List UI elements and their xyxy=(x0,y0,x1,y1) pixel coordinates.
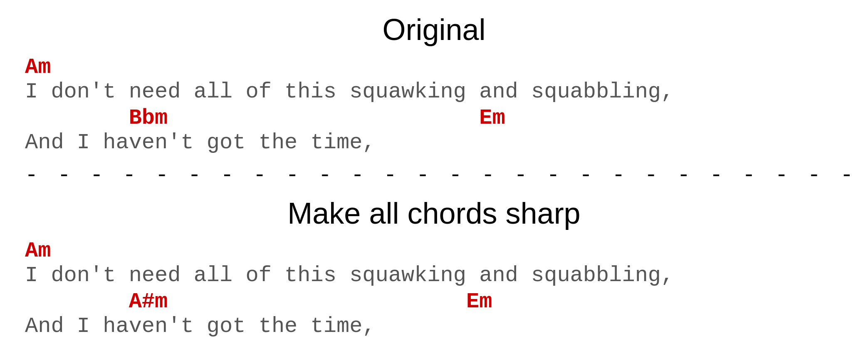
page-container: Original Am I don't need all of this squ… xyxy=(25,12,843,339)
original-lyric-1: I don't need all of this squawking and s… xyxy=(25,80,843,104)
section-divider: - - - - - - - - - - - - - - - - - - - - … xyxy=(25,163,843,188)
original-chord-1: Am xyxy=(25,55,843,80)
transformed-chord-em: Em xyxy=(466,289,492,314)
transformed-chord2-mid-spacer xyxy=(168,289,466,314)
transformed-verse: Am I don't need all of this squawking an… xyxy=(25,239,843,339)
original-chord-bbm: Bbm xyxy=(129,106,168,130)
original-section: Original Am I don't need all of this squ… xyxy=(25,12,843,155)
original-chord-em: Em xyxy=(479,106,505,130)
original-chord2-spacer xyxy=(25,106,129,130)
original-chord-line-2: Bbm Em xyxy=(25,106,843,130)
transformed-lyric-2: And I haven't got the time, xyxy=(25,314,843,339)
transformed-chord-line-2: A#m Em xyxy=(25,289,843,314)
transformed-lyric-1: I don't need all of this squawking and s… xyxy=(25,263,843,288)
transformed-chord-1: Am xyxy=(25,239,843,263)
transformed-section: Make all chords sharp Am I don't need al… xyxy=(25,196,843,339)
original-chord2-mid-spacer xyxy=(168,106,479,130)
transformed-chord2-spacer xyxy=(25,289,129,314)
original-title: Original xyxy=(25,12,843,47)
transformed-chord-asharp: A#m xyxy=(129,289,168,314)
original-lyric-2: And I haven't got the time, xyxy=(25,130,843,155)
original-verse: Am I don't need all of this squawking an… xyxy=(25,55,843,155)
transformed-title: Make all chords sharp xyxy=(25,196,843,230)
